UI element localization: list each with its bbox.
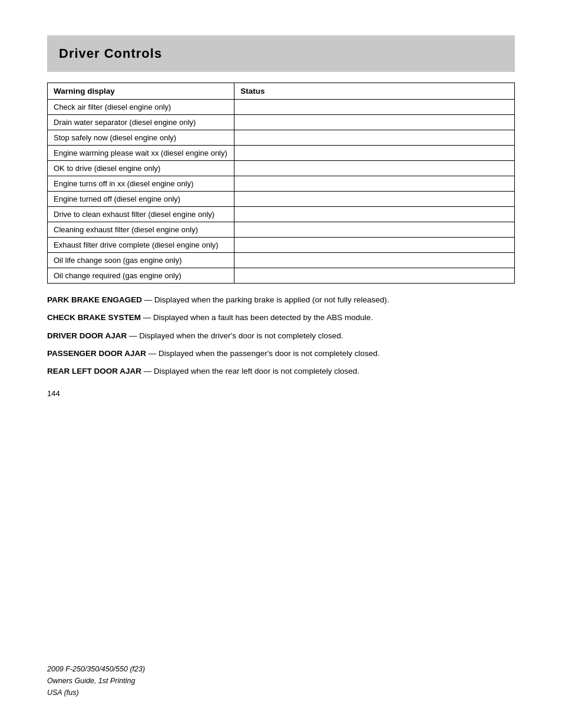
table-row: Check air filter (diesel engine only)	[48, 100, 515, 115]
table-row: Stop safely now (diesel engine only)	[48, 130, 515, 146]
description-item: CHECK BRAKE SYSTEM — Displayed when a fa…	[47, 312, 515, 324]
warning-cell: Engine turned off (diesel engine only)	[48, 192, 234, 207]
footer-line2: Owners Guide, 1st Printing	[47, 675, 145, 687]
footer-line3: USA (fus)	[47, 687, 145, 699]
status-cell	[234, 100, 515, 115]
table-row: Engine turns off in xx (diesel engine on…	[48, 176, 515, 192]
description-item: PASSENGER DOOR AJAR — Displayed when the…	[47, 348, 515, 360]
warning-cell: Cleaning exhaust filter (diesel engine o…	[48, 222, 234, 238]
status-cell	[234, 207, 515, 222]
page: Driver Controls Warning display Status C…	[0, 0, 562, 728]
description-label: DRIVER DOOR AJAR	[47, 331, 127, 340]
warning-cell: Exhaust filter drive complete (diesel en…	[48, 238, 234, 253]
table-row: Oil change required (gas engine only)	[48, 268, 515, 284]
table-row: Cleaning exhaust filter (diesel engine o…	[48, 222, 515, 238]
description-item: DRIVER DOOR AJAR — Displayed when the dr…	[47, 330, 515, 342]
warning-cell: Drive to clean exhaust filter (diesel en…	[48, 207, 234, 222]
warning-cell: Oil life change soon (gas engine only)	[48, 253, 234, 268]
warning-cell: Oil change required (gas engine only)	[48, 268, 234, 284]
description-text: — Displayed when the rear left door is n…	[141, 367, 359, 375]
description-label: PASSENGER DOOR AJAR	[47, 349, 146, 358]
status-cell	[234, 222, 515, 238]
footer-line1: 2009 F-250/350/450/550 (f23)	[47, 663, 145, 675]
table-row: Exhaust filter drive complete (diesel en…	[48, 238, 515, 253]
warning-table: Warning display Status Check air filter …	[47, 83, 515, 284]
descriptions-section: PARK BRAKE ENGAGED — Displayed when the …	[47, 294, 515, 377]
col-header-warning: Warning display	[48, 83, 234, 100]
status-cell	[234, 238, 515, 253]
description-label: REAR LEFT DOOR AJAR	[47, 367, 141, 375]
warning-cell: Stop safely now (diesel engine only)	[48, 130, 234, 146]
table-row: Drain water separator (diesel engine onl…	[48, 115, 515, 130]
col-header-status: Status	[234, 83, 515, 100]
table-row: Oil life change soon (gas engine only)	[48, 253, 515, 268]
header-section: Driver Controls	[47, 35, 515, 72]
warning-cell: OK to drive (diesel engine only)	[48, 161, 234, 176]
status-cell	[234, 253, 515, 268]
description-text: — Displayed when the parking brake is ap…	[142, 295, 389, 304]
status-cell	[234, 130, 515, 146]
status-cell	[234, 176, 515, 192]
description-label: PARK BRAKE ENGAGED	[47, 295, 142, 304]
description-item: REAR LEFT DOOR AJAR — Displayed when the…	[47, 365, 515, 377]
page-title: Driver Controls	[59, 46, 503, 61]
status-cell	[234, 192, 515, 207]
warning-cell: Engine warming please wait xx (diesel en…	[48, 146, 234, 161]
table-row: Engine warming please wait xx (diesel en…	[48, 146, 515, 161]
warning-cell: Drain water separator (diesel engine onl…	[48, 115, 234, 130]
table-row: Drive to clean exhaust filter (diesel en…	[48, 207, 515, 222]
description-text: — Displayed when the driver's door is no…	[127, 331, 343, 340]
status-cell	[234, 268, 515, 284]
warning-cell: Check air filter (diesel engine only)	[48, 100, 234, 115]
page-number: 144	[47, 389, 515, 398]
description-text: — Displayed when a fault has been detect…	[141, 313, 373, 322]
status-cell	[234, 146, 515, 161]
description-label: CHECK BRAKE SYSTEM	[47, 313, 141, 322]
description-text: — Displayed when the passenger's door is…	[146, 349, 380, 358]
warning-cell: Engine turns off in xx (diesel engine on…	[48, 176, 234, 192]
status-cell	[234, 115, 515, 130]
status-cell	[234, 161, 515, 176]
footer: 2009 F-250/350/450/550 (f23) Owners Guid…	[47, 663, 145, 699]
table-row: Engine turned off (diesel engine only)	[48, 192, 515, 207]
table-row: OK to drive (diesel engine only)	[48, 161, 515, 176]
description-item: PARK BRAKE ENGAGED — Displayed when the …	[47, 294, 515, 306]
